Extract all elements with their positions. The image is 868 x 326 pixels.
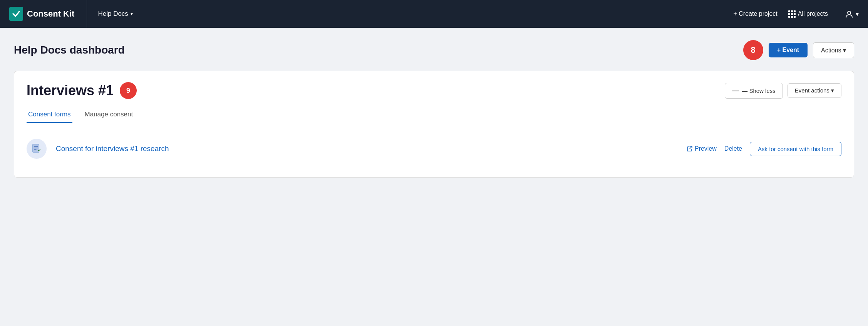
nav-divider xyxy=(87,0,87,28)
help-docs-nav-link[interactable]: Help Docs ▾ xyxy=(98,10,132,18)
tab-manage-consent-label: Manage consent xyxy=(85,111,133,118)
show-less-label: — Show less xyxy=(742,87,776,94)
event-card: Interviews #1 9 — — Show less Event acti… xyxy=(14,71,854,178)
delete-link[interactable]: Delete xyxy=(724,145,742,152)
event-title-group: Interviews #1 9 xyxy=(27,82,137,99)
actions-button[interactable]: Actions ▾ xyxy=(813,42,854,58)
navbar: Consent Kit Help Docs ▾ + Create project… xyxy=(0,0,868,28)
ask-consent-button[interactable]: Ask for consent with this form xyxy=(750,142,841,156)
document-icon xyxy=(32,144,42,154)
event-actions-button[interactable]: Event actions ▾ xyxy=(788,83,841,98)
event-card-header: Interviews #1 9 — — Show less Event acti… xyxy=(27,82,841,99)
user-chevron: ▾ xyxy=(856,10,859,18)
tab-consent-forms[interactable]: Consent forms xyxy=(27,107,72,123)
user-icon xyxy=(845,10,853,18)
event-title: Interviews #1 xyxy=(27,82,114,99)
show-less-button[interactable]: — — Show less xyxy=(725,83,783,99)
form-row: Consent for interviews #1 research Previ… xyxy=(27,133,841,165)
page-title: Help Docs dashboard xyxy=(14,44,125,56)
delete-label: Delete xyxy=(724,145,742,152)
notification-badge: 8 xyxy=(743,40,763,60)
tab-consent-forms-label: Consent forms xyxy=(28,111,71,118)
grid-icon xyxy=(788,10,796,18)
brand-name: Consent Kit xyxy=(27,9,74,19)
page-header-actions: 8 + Event Actions ▾ xyxy=(743,40,854,60)
svg-point-1 xyxy=(848,11,851,14)
tab-manage-consent[interactable]: Manage consent xyxy=(83,107,135,123)
external-link-icon xyxy=(687,146,693,152)
tabs: Consent forms Manage consent xyxy=(27,107,841,123)
event-badge: 9 xyxy=(120,82,137,99)
form-icon xyxy=(27,139,47,159)
create-project-label: + Create project xyxy=(733,10,777,17)
user-menu[interactable]: ▾ xyxy=(845,10,859,18)
create-project-link[interactable]: + Create project xyxy=(733,10,777,17)
brand-icon xyxy=(9,7,23,21)
page-header: Help Docs dashboard 8 + Event Actions ▾ xyxy=(14,40,854,60)
form-name-link[interactable]: Consent for interviews #1 research xyxy=(56,145,677,153)
navbar-actions: + Create project All projects ▾ xyxy=(733,10,859,18)
minus-icon: — xyxy=(732,87,739,95)
help-docs-label: Help Docs xyxy=(98,10,128,18)
svg-rect-0 xyxy=(9,7,23,21)
all-projects-link[interactable]: All projects xyxy=(788,10,828,18)
preview-link[interactable]: Preview xyxy=(687,145,717,152)
event-card-actions: — — Show less Event actions ▾ xyxy=(725,83,841,99)
all-projects-label: All projects xyxy=(798,10,828,17)
help-docs-chevron: ▾ xyxy=(131,11,133,17)
add-event-button[interactable]: + Event xyxy=(769,43,808,57)
preview-label: Preview xyxy=(695,145,717,152)
form-actions: Preview Delete Ask for consent with this… xyxy=(687,142,841,156)
page-content: Help Docs dashboard 8 + Event Actions ▾ … xyxy=(0,28,868,190)
brand-logo[interactable]: Consent Kit xyxy=(9,7,87,21)
